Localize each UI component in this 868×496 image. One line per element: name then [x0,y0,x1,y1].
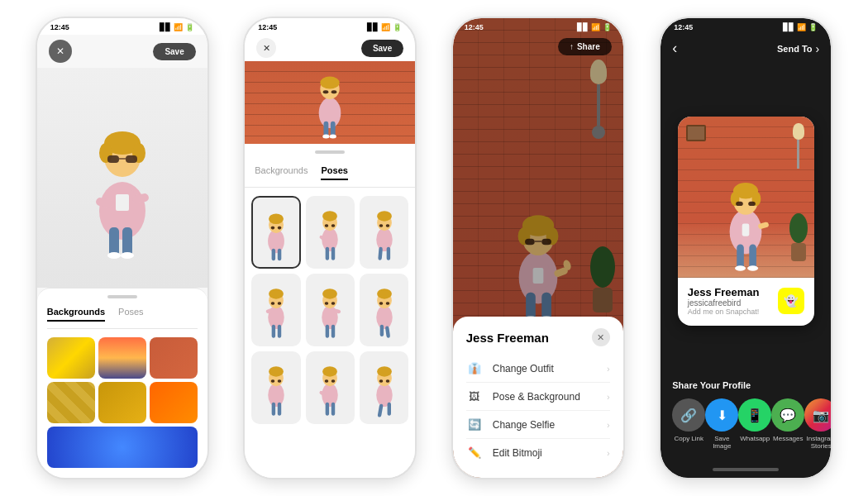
close-button-2[interactable]: ✕ [256,38,276,58]
svg-rect-86 [377,403,383,417]
signal-4: ▊▊ [783,23,794,31]
svg-point-36 [322,211,337,221]
save-image-label: SaveImage [713,435,731,450]
svg-rect-65 [384,326,389,338]
svg-rect-79 [331,403,335,416]
bg-thumb-leopard[interactable] [98,382,146,423]
menu-item-change-outfit[interactable]: 👔 Change Outfit › [466,355,610,383]
panel-handle-1 [107,295,137,298]
pose-cell-3[interactable] [360,196,408,269]
share-item-save-image[interactable]: ⬇ SaveImage [705,398,738,450]
bg-thumb-blue[interactable] [47,427,198,468]
svg-rect-31 [278,227,282,230]
copy-link-circle: 🔗 [672,398,705,432]
tab-backgrounds-2[interactable]: Backgrounds [255,165,308,180]
svg-point-44 [377,211,392,221]
save-button-2[interactable]: Save [361,40,403,57]
status-bar-1: 12:45 ▊▊ 📶 🔋 [37,18,207,35]
change-outfit-icon: 👔 [466,362,483,374]
bg-thumb-orange[interactable] [150,382,198,423]
time-3: 12:45 [465,23,484,31]
svg-rect-11 [107,155,119,163]
svg-rect-114 [742,224,750,236]
pose-cell-7[interactable] [251,351,300,424]
change-outfit-chevron: › [607,364,610,374]
save-image-circle: ⬇ [705,398,738,432]
battery-icon-1: 🔋 [185,23,194,31]
bg-thumb-gold[interactable] [47,337,95,379]
svg-rect-53 [271,302,274,305]
bg-thumbnails-row2 [47,427,198,468]
wifi-4: 📶 [797,23,806,31]
bg-thumb-sunset[interactable] [98,337,146,379]
svg-rect-87 [387,403,390,416]
share-icon-3: ↑ [570,42,574,51]
svg-rect-120 [748,202,756,206]
share-item-whatsapp[interactable]: 📱 Whatsapp [738,398,771,450]
send-to-label-4[interactable]: Send To [777,44,813,54]
card-text-4: Jess Freeman jessicafreebird Add me on S… [688,286,760,316]
pose-cell-5[interactable] [306,274,355,346]
pose-cell-9[interactable] [360,351,408,424]
svg-point-63 [376,306,393,329]
pose-background-chevron: › [607,392,610,402]
modal-close-3[interactable]: ✕ [592,328,610,346]
bg-thumb-brick[interactable] [150,337,198,379]
whatsapp-circle: 📱 [738,398,771,432]
svg-rect-18 [331,122,336,136]
avatar-svg-1 [77,95,168,260]
share-icons-row-4: 🔗 Copy Link ⬇ SaveImage 📱 Whatsapp [672,398,819,450]
bg-thumbnails-1 [47,337,198,423]
share-item-instagram[interactable]: 📷 InstagramStories [804,398,831,450]
wifi-icon-1: 📶 [174,23,183,31]
phone2-preview [245,61,415,144]
svg-rect-57 [331,325,335,338]
close-icon-1: ✕ [56,45,64,57]
signal-3: ▊▊ [577,23,589,31]
pose-cell-6[interactable] [360,274,408,346]
save-button-1[interactable]: Save [153,43,195,60]
instagram-label: InstagramStories [806,435,831,450]
svg-point-67 [377,289,392,298]
menu-item-change-selfie[interactable]: 🔄 Change Selfie › [466,411,610,439]
back-arrow-4[interactable]: ‹ [672,40,677,57]
card-name-4: Jess Freeman [688,286,760,298]
status-bar-2: 12:45 ▊▊ 📶 🔋 [245,18,415,35]
svg-rect-6 [116,194,129,211]
svg-rect-78 [326,403,329,416]
share-item-copy-link[interactable]: 🔗 Copy Link [672,398,705,450]
pose-cell-8[interactable] [306,351,355,424]
wifi-icon-2: 📶 [381,23,390,31]
pose-cell-2[interactable] [306,196,355,269]
svg-rect-2 [122,227,132,256]
phone-1: 12:45 ▊▊ 📶 🔋 ✕ Save [36,17,209,479]
time-1: 12:45 [50,23,69,31]
bg-thumb-pattern[interactable] [47,382,95,423]
svg-point-3 [107,252,121,259]
svg-rect-27 [278,249,282,260]
share-item-messages[interactable]: 💬 Messages [771,398,804,450]
svg-rect-26 [272,249,276,260]
change-selfie-label: Change Selfie [493,419,555,431]
svg-rect-61 [331,302,335,305]
profile-card-4: Jess Freeman jessicafreebird Add me on S… [678,117,814,326]
tab-backgrounds-1[interactable]: Backgrounds [47,307,105,322]
tab-poses-1[interactable]: Poses [118,307,144,322]
main-container: 12:45 ▊▊ 📶 🔋 ✕ Save [0,0,868,496]
header-2: ✕ Save [245,35,415,61]
svg-rect-83 [331,379,335,383]
tab-poses-2[interactable]: Poses [321,165,347,180]
card-avatar [717,159,775,278]
change-selfie-chevron: › [607,420,610,430]
svg-rect-24 [331,90,337,93]
edit-bitmoji-icon: ✏️ [466,446,483,459]
close-button-1[interactable]: ✕ [49,40,72,63]
svg-rect-110 [750,244,757,269]
modal-header-3: Jess Freeman ✕ [466,328,610,346]
share-button-3[interactable]: ↑ Share [558,38,612,55]
pose-cell-1[interactable] [251,196,300,269]
pose-cell-4[interactable] [251,274,300,346]
menu-item-edit-bitmoji[interactable]: ✏️ Edit Bitmoji › [466,439,610,466]
menu-item-pose-background[interactable]: 🖼 Pose & Background › [466,383,610,411]
svg-rect-30 [271,227,275,230]
